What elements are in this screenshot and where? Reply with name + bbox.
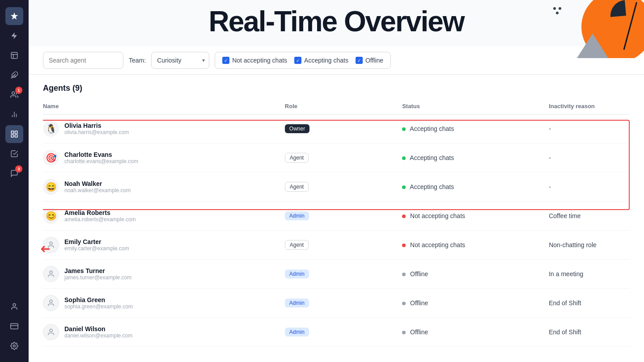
col-inactivity: Inactivity reason xyxy=(542,98,630,114)
agent-avatar: 😊 xyxy=(43,208,59,224)
agent-avatar: 😄 xyxy=(43,179,59,195)
inactivity-text: In a meeting xyxy=(549,270,583,278)
agent-name: James Turner xyxy=(64,267,131,274)
filter-not-accepting[interactable]: ✓ Not accepting chats xyxy=(222,57,287,64)
sidebar-icon-contacts[interactable]: 1 xyxy=(5,86,23,104)
svg-point-1 xyxy=(12,92,15,94)
table-row: 😄 Noah Walker noah.walker@example.com Ag… xyxy=(43,173,630,202)
agent-role-cell: Agent xyxy=(278,143,395,173)
inactivity-text: - xyxy=(549,125,551,132)
svg-rect-5 xyxy=(11,131,13,133)
svg-point-14 xyxy=(50,271,52,274)
agent-name: Sophia Green xyxy=(64,296,133,303)
agent-name: Olivia Harris xyxy=(64,122,129,129)
status-dot xyxy=(402,185,406,189)
status-text: Offline xyxy=(410,328,428,336)
table-row: 😊 Amelia Roberts amelia.roberts@example.… xyxy=(43,202,630,231)
sidebar-icon-puzzle[interactable] xyxy=(5,66,23,84)
agent-role-cell: Agent xyxy=(278,173,395,202)
agent-avatar xyxy=(43,237,59,253)
status-text: Not accepting chats xyxy=(410,241,465,248)
agent-status-cell: Not accepting chats xyxy=(395,202,542,231)
sidebar: 1 3 xyxy=(0,0,29,362)
status-text: Accepting chats xyxy=(410,154,454,161)
agent-inactivity-cell: - xyxy=(542,173,630,202)
agent-avatar xyxy=(43,266,59,282)
sidebar-icon-chart[interactable] xyxy=(5,105,23,123)
status-dot xyxy=(402,331,406,334)
accepting-label: Accepting chats xyxy=(304,57,348,64)
agent-inactivity-cell: End of Shift xyxy=(542,318,630,347)
svg-point-13 xyxy=(50,242,52,244)
status-text: Not accepting chats xyxy=(410,212,465,219)
agent-status-cell: Offline xyxy=(395,318,542,347)
agent-role-badge: Owner xyxy=(285,124,309,133)
agent-avatar: 🐧 xyxy=(43,121,59,137)
not-accepting-label: Not accepting chats xyxy=(232,57,287,64)
agent-name: Daniel Wilson xyxy=(64,325,132,333)
agent-role-badge: Admin xyxy=(285,269,309,278)
sidebar-icon-wallet[interactable] xyxy=(5,317,23,335)
not-accepting-checkbox[interactable]: ✓ xyxy=(222,57,229,64)
team-select[interactable]: Curiosity All Teams Support Sales xyxy=(151,52,209,69)
page-title: Real-Time Overview xyxy=(29,0,644,46)
agent-email: james.turner@example.com xyxy=(64,274,131,281)
svg-point-15 xyxy=(50,300,52,303)
inactivity-text: Non-chatting role xyxy=(549,241,597,248)
agents-table: Name Role Status Inactivity reason 🐧 Oli… xyxy=(43,98,630,347)
team-select-wrapper: Curiosity All Teams Support Sales ▾ xyxy=(151,52,209,69)
agent-inactivity-cell: End of Shift xyxy=(542,289,630,318)
offline-checkbox[interactable]: ✓ xyxy=(356,57,363,64)
sidebar-icon-inbox[interactable] xyxy=(5,46,23,64)
agent-name-cell: James Turner james.turner@example.com xyxy=(43,260,278,289)
svg-point-9 xyxy=(13,303,16,306)
status-text: Accepting chats xyxy=(410,183,454,190)
status-text: Offline xyxy=(410,299,428,307)
agent-role-badge: Admin xyxy=(285,211,309,220)
sidebar-icon-lightning[interactable] xyxy=(5,27,23,45)
offline-label: Offline xyxy=(365,57,383,64)
sidebar-icon-settings[interactable] xyxy=(5,337,23,355)
toolbar: Team: Curiosity All Teams Support Sales … xyxy=(29,46,644,75)
agent-name: Charlotte Evans xyxy=(64,151,138,158)
accepting-checkbox[interactable]: ✓ xyxy=(294,57,301,64)
status-text: Accepting chats xyxy=(410,125,454,132)
agent-status-cell: Not accepting chats xyxy=(395,231,542,260)
agent-role-badge: Agent xyxy=(285,240,309,250)
agent-email: daniel.wilson@example.com xyxy=(64,333,132,339)
sidebar-icon-chat[interactable]: 3 xyxy=(5,164,23,182)
svg-point-16 xyxy=(50,329,52,332)
sidebar-icon-sparkle[interactable] xyxy=(5,7,23,25)
col-role: Role xyxy=(278,98,395,114)
status-dot xyxy=(402,302,406,305)
agent-role-badge: Admin xyxy=(285,328,309,337)
status-dot xyxy=(402,156,406,160)
svg-rect-6 xyxy=(15,131,17,133)
filter-offline[interactable]: ✓ Offline xyxy=(356,57,383,64)
agent-inactivity-cell: Non-chatting role xyxy=(542,231,630,260)
agent-name-cell: Emily Carter emily.carter@example.com xyxy=(43,231,278,260)
table-row: Sophia Green sophia.green@example.com Ad… xyxy=(43,289,630,318)
agent-name-cell: Sophia Green sophia.green@example.com xyxy=(43,289,278,318)
svg-rect-0 xyxy=(11,52,17,59)
sidebar-icon-person[interactable] xyxy=(5,298,23,316)
svg-rect-8 xyxy=(15,135,17,137)
sidebar-icon-grid[interactable] xyxy=(5,125,23,143)
chat-badge: 3 xyxy=(15,165,22,173)
agent-role-cell: Owner xyxy=(278,114,395,143)
search-input[interactable] xyxy=(43,52,123,69)
agent-inactivity-cell: Coffee time xyxy=(542,202,630,231)
agent-role-cell: Admin xyxy=(278,260,395,289)
agent-name: Amelia Roberts xyxy=(64,209,136,216)
filter-accepting[interactable]: ✓ Accepting chats xyxy=(294,57,348,64)
agent-email: noah.walker@example.com xyxy=(64,187,131,194)
col-name: Name xyxy=(43,98,278,114)
agent-status-cell: Accepting chats xyxy=(395,114,542,143)
inactivity-text: - xyxy=(549,154,551,161)
inactivity-text: Coffee time xyxy=(549,212,580,219)
table-row: Emily Carter emily.carter@example.com Ag… xyxy=(43,231,630,260)
sidebar-icon-check[interactable] xyxy=(5,145,23,163)
agent-name-cell: Daniel Wilson daniel.wilson@example.com xyxy=(43,318,278,347)
agent-status-cell: Accepting chats xyxy=(395,173,542,202)
table-row: James Turner james.turner@example.com Ad… xyxy=(43,260,630,289)
